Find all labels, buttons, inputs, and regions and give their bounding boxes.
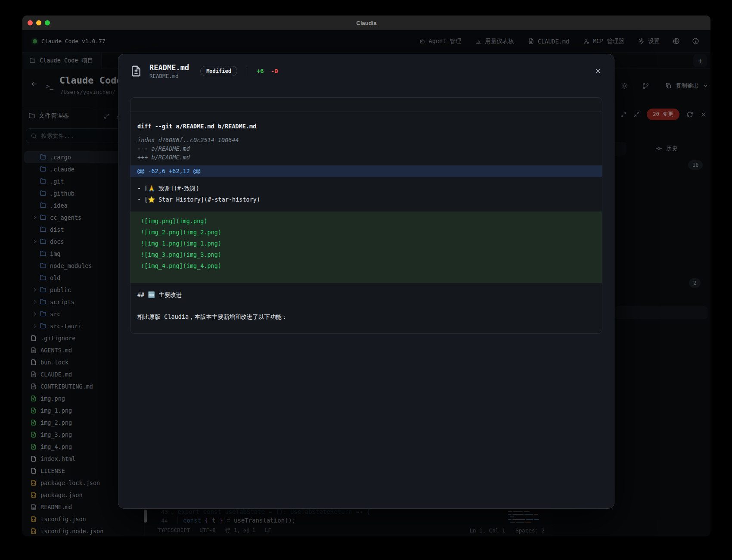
app-window: Claudia Claude Code v1.0.77 Agent 管理用量仪表… [22, 16, 710, 536]
diff-line-meta: index d76086f..c0c2514 100644 [130, 136, 602, 144]
window-title: Claudia [22, 20, 710, 26]
diff-added-line: ![img_3.png](img_3.png) [130, 249, 602, 260]
diff-panel-toolbar [130, 98, 602, 112]
diff-line-context: - [⭐ Star History](#-star-history) [130, 194, 602, 205]
diff-panel: diff --git a/README.md b/README.mdindex … [130, 97, 602, 334]
diff-line-hunk: @@ -62,6 +62,12 @@ [130, 165, 602, 177]
diff-line-meta: +++ b/README.md [130, 153, 602, 162]
desktop: Claudia Claude Code v1.0.77 Agent 管理用量仪表… [0, 0, 732, 560]
file-subtitle: README.md [149, 73, 189, 79]
diff-modal: README.md README.md Modified +6 -0 diff … [118, 54, 614, 509]
diff-content: diff --git a/README.md b/README.mdindex … [130, 112, 602, 322]
file-diff-icon [130, 65, 143, 78]
diff-line-meta: --- a/README.md [130, 144, 602, 153]
diff-added-line: ![img_1.png](img_1.png) [130, 238, 602, 249]
diff-line-context: 相比原版 Claudia，本版本主要新增和改进了以下功能： [130, 311, 602, 322]
diff-added-line: ![img_2.png](img_2.png) [130, 227, 602, 238]
diff-line-file-header: diff --git a/README.md b/README.md [130, 123, 602, 130]
diff-line-context: ## 🆕 主要改进 [130, 289, 602, 300]
file-title: README.md [149, 63, 189, 72]
file-titles: README.md README.md [149, 63, 189, 79]
additions-count: +6 [257, 68, 264, 75]
diff-added-line: ![img_4.png](img_4.png) [130, 260, 602, 271]
diff-line-blank [130, 300, 602, 311]
diff-added-line: ![img.png](img.png) [130, 215, 602, 227]
titlebar: Claudia [22, 16, 710, 30]
diff-line-context: - [🙏 致谢](#-致谢) [130, 183, 602, 194]
divider [247, 66, 247, 76]
close-modal-button[interactable] [592, 65, 604, 77]
added-lines-block: ![img.png](img.png) ![img_2.png](img_2.p… [130, 212, 602, 283]
diff-modal-header: README.md README.md Modified +6 -0 [118, 54, 614, 88]
modified-badge: Modified [200, 66, 237, 76]
deletions-count: -0 [271, 68, 278, 75]
